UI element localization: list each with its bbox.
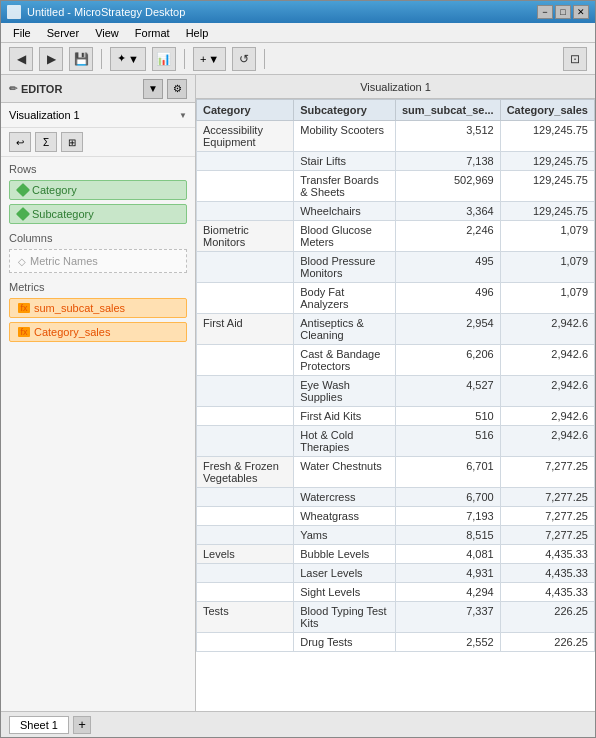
left-panel: ✏ EDITOR ▼ ⚙ Visualization 1 ▼ ↩ Σ ⊞ Row… [1, 75, 196, 711]
viz-title: Visualization 1 [196, 75, 595, 99]
cell-cat-sales: 7,277.25 [500, 457, 594, 488]
cell-cat-sales: 129,245.75 [500, 171, 594, 202]
table-row: Wheatgrass7,1937,277.25 [197, 507, 595, 526]
data-table: Category Subcategory sum_subcat_se... Ca… [196, 99, 595, 652]
table-row: Cast & Bandage Protectors6,2062,942.6 [197, 345, 595, 376]
table-row: TestsBlood Typing Test Kits7,337226.25 [197, 602, 595, 633]
cell-subcategory: Blood Pressure Monitors [294, 252, 396, 283]
cell-sum: 510 [395, 407, 500, 426]
table-row: Drug Tests2,552226.25 [197, 633, 595, 652]
cell-sum: 2,246 [395, 221, 500, 252]
cell-category: Accessibility Equipment [197, 121, 294, 152]
menu-file[interactable]: File [5, 25, 39, 41]
window-title: Untitled - MicroStrategy Desktop [27, 6, 185, 18]
add-sheet-button[interactable]: + [73, 716, 91, 734]
agg-btn[interactable]: Σ [35, 132, 57, 152]
cell-category [197, 633, 294, 652]
panel-actions: ↩ Σ ⊞ [1, 128, 195, 157]
cell-category [197, 564, 294, 583]
table-row: First Aid Kits5102,942.6 [197, 407, 595, 426]
cell-category: Levels [197, 545, 294, 564]
metric-names-chip[interactable]: ◇ Metric Names [9, 249, 187, 273]
panel-header: ✏ EDITOR ▼ ⚙ [1, 75, 195, 103]
cell-category [197, 426, 294, 457]
close-button[interactable]: ✕ [573, 5, 589, 19]
col-header-subcategory: Subcategory [294, 100, 396, 121]
cell-subcategory: Transfer Boards & Sheets [294, 171, 396, 202]
cell-sum: 516 [395, 426, 500, 457]
cell-cat-sales: 1,079 [500, 252, 594, 283]
options-button[interactable]: ⊡ [563, 47, 587, 71]
add-data-button[interactable]: ✦▼ [110, 47, 146, 71]
category-chip[interactable]: Category [9, 180, 187, 200]
back-button[interactable]: ◀ [9, 47, 33, 71]
cell-subcategory: Watercress [294, 488, 396, 507]
menu-server[interactable]: Server [39, 25, 87, 41]
cat-sales-label: Category_sales [34, 326, 110, 338]
cell-cat-sales: 226.25 [500, 633, 594, 652]
forward-button[interactable]: ▶ [39, 47, 63, 71]
cell-category [197, 407, 294, 426]
cell-subcategory: First Aid Kits [294, 407, 396, 426]
right-panel: Visualization 1 Category Subcategory sum… [196, 75, 595, 711]
cell-category [197, 526, 294, 545]
cell-sum: 3,512 [395, 121, 500, 152]
menu-help[interactable]: Help [178, 25, 217, 41]
viz-type-btn[interactable]: ⊞ [61, 132, 83, 152]
sum-subcat-chip[interactable]: fx sum_subcat_sales [9, 298, 187, 318]
subcategory-chip-label: Subcategory [32, 208, 94, 220]
minimize-button[interactable]: − [537, 5, 553, 19]
table-row: Eye Wash Supplies4,5272,942.6 [197, 376, 595, 407]
chart-button[interactable]: 📊 [152, 47, 176, 71]
content-area: ✏ EDITOR ▼ ⚙ Visualization 1 ▼ ↩ Σ ⊞ Row… [1, 75, 595, 711]
cell-sum: 6,206 [395, 345, 500, 376]
bottom-bar: Sheet 1 + [1, 711, 595, 737]
table-row: Yams8,5157,277.25 [197, 526, 595, 545]
cell-subcategory: Mobility Scooters [294, 121, 396, 152]
cell-sum: 6,701 [395, 457, 500, 488]
table-row: Stair Lifts7,138129,245.75 [197, 152, 595, 171]
cell-subcategory: Body Fat Analyzers [294, 283, 396, 314]
cell-cat-sales: 2,942.6 [500, 376, 594, 407]
table-row: Transfer Boards & Sheets502,969129,245.7… [197, 171, 595, 202]
app-window: Untitled - MicroStrategy Desktop − □ ✕ F… [0, 0, 596, 738]
subcategory-chip[interactable]: Subcategory [9, 204, 187, 224]
title-bar-left: Untitled - MicroStrategy Desktop [7, 5, 185, 19]
editor-tab[interactable]: ✏ EDITOR [9, 83, 62, 95]
cell-category [197, 171, 294, 202]
cell-subcategory: Cast & Bandage Protectors [294, 345, 396, 376]
cell-sum: 496 [395, 283, 500, 314]
table-row: First AidAntiseptics & Cleaning2,9542,94… [197, 314, 595, 345]
viz-chevron-icon: ▼ [179, 111, 187, 120]
cell-cat-sales: 4,435.33 [500, 545, 594, 564]
table-row: Body Fat Analyzers4961,079 [197, 283, 595, 314]
settings-icon-btn[interactable]: ⚙ [167, 79, 187, 99]
menu-view[interactable]: View [87, 25, 127, 41]
cell-sum: 2,552 [395, 633, 500, 652]
cell-cat-sales: 4,435.33 [500, 564, 594, 583]
cell-subcategory: Eye Wash Supplies [294, 376, 396, 407]
cell-sum: 8,515 [395, 526, 500, 545]
metric-names-label: Metric Names [30, 255, 98, 267]
undo-btn[interactable]: ↩ [9, 132, 31, 152]
table-header-row: Category Subcategory sum_subcat_se... Ca… [197, 100, 595, 121]
save-button[interactable]: 💾 [69, 47, 93, 71]
restore-button[interactable]: □ [555, 5, 571, 19]
viz-label-text: Visualization 1 [9, 109, 80, 121]
table-row: Hot & Cold Therapies5162,942.6 [197, 426, 595, 457]
table-container[interactable]: Category Subcategory sum_subcat_se... Ca… [196, 99, 595, 711]
title-bar: Untitled - MicroStrategy Desktop − □ ✕ [1, 1, 595, 23]
sum-subcat-label: sum_subcat_sales [34, 302, 125, 314]
refresh-button[interactable]: ↺ [232, 47, 256, 71]
cell-cat-sales: 7,277.25 [500, 526, 594, 545]
cell-subcategory: Blood Typing Test Kits [294, 602, 396, 633]
table-row: Watercress6,7007,277.25 [197, 488, 595, 507]
filter-icon-btn[interactable]: ▼ [143, 79, 163, 99]
menu-format[interactable]: Format [127, 25, 178, 41]
window-controls: − □ ✕ [537, 5, 589, 19]
toolbar-sep-2 [184, 49, 185, 69]
sheet-tab[interactable]: Sheet 1 [9, 716, 69, 734]
cat-sales-chip[interactable]: fx Category_sales [9, 322, 187, 342]
add-button[interactable]: +▼ [193, 47, 226, 71]
cell-cat-sales: 1,079 [500, 283, 594, 314]
